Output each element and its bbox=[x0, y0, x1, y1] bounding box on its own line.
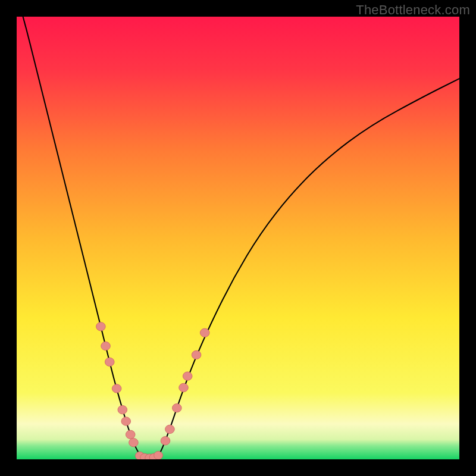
curve-group bbox=[17, 17, 459, 458]
data-marker bbox=[161, 437, 170, 445]
data-marker bbox=[105, 358, 114, 366]
data-marker bbox=[179, 383, 189, 392]
data-marker bbox=[154, 451, 163, 459]
data-marker bbox=[165, 425, 175, 433]
data-marker bbox=[96, 322, 106, 331]
data-marker bbox=[112, 384, 121, 393]
data-marker bbox=[173, 404, 182, 412]
left-curve bbox=[17, 17, 142, 457]
plot-area bbox=[17, 17, 459, 459]
outer-frame: TheBottleneck.com bbox=[0, 0, 476, 476]
data-marker bbox=[183, 372, 192, 380]
data-marker bbox=[118, 405, 127, 414]
data-marker bbox=[101, 342, 111, 350]
data-marker bbox=[129, 439, 139, 447]
chart-svg bbox=[17, 17, 459, 459]
data-marker bbox=[121, 417, 131, 425]
watermark-text: TheBottleneck.com bbox=[356, 2, 470, 18]
right-curve bbox=[157, 79, 459, 458]
marker-group bbox=[96, 322, 209, 459]
data-marker bbox=[126, 430, 135, 439]
data-marker bbox=[200, 328, 209, 337]
data-marker bbox=[192, 350, 201, 359]
